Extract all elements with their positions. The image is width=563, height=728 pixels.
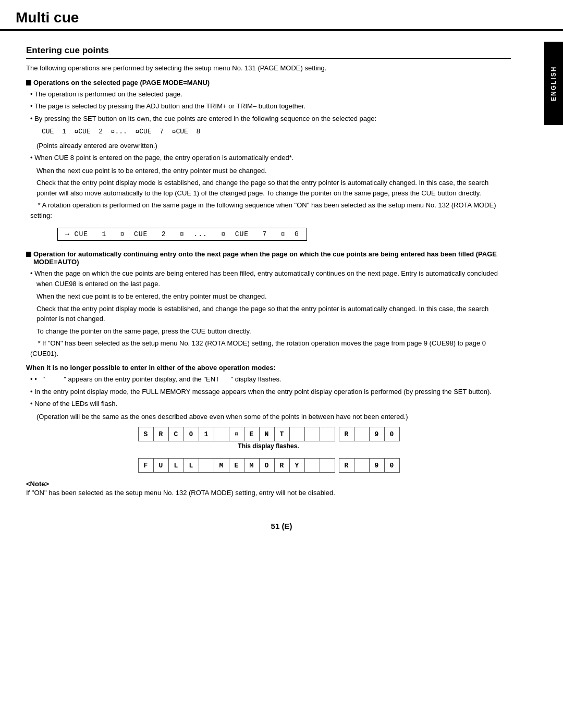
page-container: Multi cue ENGLISH Entering cue points Th… [0, 0, 563, 728]
indent2: Check that the entry point display mode … [36, 178, 511, 198]
display-cell-U: U [153, 458, 169, 473]
section-heading: Entering cue points [26, 45, 511, 59]
note-header: <Note> [26, 480, 511, 488]
cue-box-text: → CUE 1 ¤ CUE 2 ¤ ... ¤ CUE 7 ¤ G [65, 230, 299, 238]
display-cell-S: S [138, 427, 154, 441]
title-bar: Multi cue [0, 0, 563, 31]
note-section: <Note> If "ON" has been selected as the … [26, 480, 511, 498]
page-number: 51 (E) [0, 511, 563, 536]
display-cell-0: 0 [183, 427, 199, 441]
display-cell-blank4 [320, 427, 335, 441]
display-cell-blank8 [320, 458, 335, 473]
display-cell-M2: M [244, 458, 260, 473]
display-cell-E: E [244, 427, 260, 441]
display-cell-arrow: ¤ [229, 427, 244, 441]
subsection2-indent3: To change the pointer on the same page, … [36, 326, 511, 337]
subsection1-header: Operations on the selected page (PAGE MO… [33, 79, 210, 87]
indent1: When the next cue point is to be entered… [36, 166, 511, 176]
bullet-item: • " " appears on the entry pointer displ… [30, 374, 511, 385]
display2-wrapper: F U L L M E M O R Y R 9 0 [26, 458, 511, 473]
display-cell-L1: L [168, 458, 184, 473]
display1-row: S R C 0 1 ¤ E N T R 9 0 [138, 427, 399, 441]
display-cell-blank2 [289, 427, 305, 441]
subsection2-header: Operation for automatically continuing e… [33, 250, 511, 266]
subsection3-bullets: • " " appears on the entry pointer displ… [26, 374, 511, 409]
intro-text: The following operations are performed b… [26, 63, 511, 73]
display-cell-Y: Y [289, 458, 305, 473]
bullet-item: The page is selected by pressing the ADJ… [30, 101, 511, 112]
display-cell-F: F [138, 458, 154, 473]
display-cell-L2: L [183, 458, 199, 473]
display-cell-C: C [168, 427, 184, 441]
display-cell-R: R [153, 427, 169, 441]
display-cell-blank6 [199, 458, 214, 473]
subsection1: Operations on the selected page (PAGE MO… [26, 79, 511, 245]
cue-box: → CUE 1 ¤ CUE 2 ¤ ... ¤ CUE 7 ¤ G [57, 228, 307, 241]
display-cell-1: 1 [199, 427, 214, 441]
display-cell-9b: 9 [369, 458, 385, 473]
subsection3-header-wrap: When it is no longer possible to enter i… [26, 364, 511, 372]
display-cell-N: N [259, 427, 275, 441]
display-cell-0b: 0 [384, 427, 400, 441]
subsection2-header-wrap: Operation for automatically continuing e… [26, 250, 511, 266]
main-content: Entering cue points The following operat… [0, 31, 542, 511]
display-cell-E2: E [229, 458, 244, 473]
display-cell-M1: M [214, 458, 229, 473]
display1-caption: This display flashes. [238, 442, 299, 450]
display2-row: F U L L M E M O R Y R 9 0 [138, 458, 399, 473]
display-cell-R2: R [339, 427, 354, 441]
sidebar-english-label: ENGLISH [544, 42, 563, 125]
bullet-item: In the entry point display mode, the FUL… [30, 387, 511, 397]
black-square-icon2 [26, 252, 31, 257]
subsection2-star-note: * If "ON" has been selected as the setup… [30, 338, 511, 359]
subsection1-bullet2: When CUE 8 point is entered on the page,… [26, 153, 511, 163]
subsection2-indent1: When the next cue point is to be entered… [36, 291, 511, 302]
display-cell-O: O [259, 458, 275, 473]
subsection3: When it is no longer possible to enter i… [26, 364, 511, 473]
subsection3-header: When it is no longer possible to enter i… [26, 364, 276, 372]
subsection2-bullets: When the page on which the cue points ar… [26, 268, 511, 289]
subsection3-paren: (Operation will be the same as the ones … [36, 412, 511, 422]
display-cell-R3: R [274, 458, 290, 473]
display-cell-blank5 [354, 427, 370, 441]
black-square-icon [26, 80, 31, 85]
display-cell-9: 9 [369, 427, 385, 441]
display-cell-blank1 [214, 427, 229, 441]
bullet-item: When the page on which the cue points ar… [30, 268, 511, 289]
display1-wrapper: S R C 0 1 ¤ E N T R 9 0 [26, 427, 511, 453]
page-title: Multi cue [16, 9, 547, 26]
display-cell-R4: R [339, 458, 354, 473]
subsection1-bullets: The operation is performed on the select… [26, 89, 511, 124]
bullet-item: When CUE 8 point is entered on the page,… [30, 153, 511, 163]
subsection1-header-wrap: Operations on the selected page (PAGE MO… [26, 79, 511, 87]
bullet-item: The operation is performed on the select… [30, 89, 511, 100]
display-cell-0c: 0 [384, 458, 400, 473]
note-text: If "ON" has been selected as the setup m… [26, 488, 511, 498]
display-cell-blank9 [354, 458, 370, 473]
display-cell-blank3 [304, 427, 320, 441]
bullet-item: By pressing the SET button on its own, t… [30, 114, 511, 124]
star-note: * A rotation operation is performed on t… [30, 200, 511, 220]
cue-sequence-text: CUE 1 ¤CUE 2 ¤... ¤CUE 7 ¤CUE 8 [42, 127, 511, 138]
display-cell-T: T [274, 427, 290, 441]
subsection2-indent2: Check that the entry point display mode … [36, 304, 511, 324]
subsection2: Operation for automatically continuing e… [26, 250, 511, 359]
display-cell-blank7 [304, 458, 320, 473]
bullet-item: None of the LEDs will flash. [30, 399, 511, 409]
points-note: (Points already entered are overwritten.… [36, 141, 511, 151]
